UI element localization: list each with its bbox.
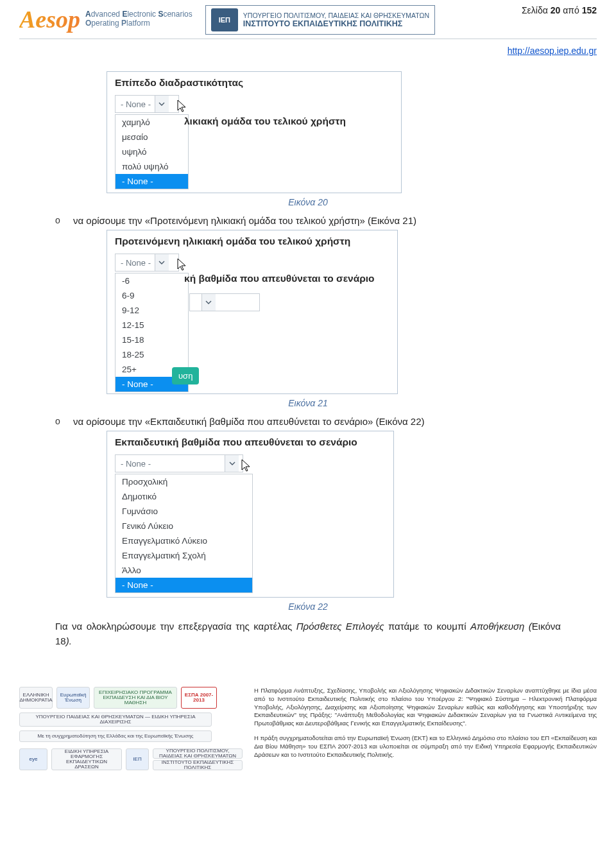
fig22-opt-7[interactable]: - None - xyxy=(116,578,252,592)
fig21-select[interactable]: - None - xyxy=(115,254,179,272)
fig20-opt-4[interactable]: - None - xyxy=(116,174,188,189)
page-number: Σελίδα 20 από 152 xyxy=(522,5,597,15)
eu-flag-icon: Ευρωπαϊκή Ένωση xyxy=(56,687,90,709)
closing-paragraph: Για να ολοκληρώσουμε την επεξεργασία της… xyxy=(55,619,561,648)
bullet-2: o να ορίσουμε την «Εκπαιδευτική βαθμίδα … xyxy=(55,416,597,427)
fig20-select[interactable]: - None - xyxy=(115,95,179,113)
fig20-caption: Εικόνα 20 xyxy=(19,197,597,207)
page-footer: ΕΛΛΗΝΙΚΗ ΔΗΜΟΚΡΑΤΙΑ Ευρωπαϊκή Ένωση ΕΠΙΧ… xyxy=(19,687,597,770)
chevron-down-icon xyxy=(225,455,239,472)
aesop-logo: Aesop Advanced Electronic Scenarios Oper… xyxy=(19,5,193,33)
iep-footer-line1: ΥΠΟΥΡΓΕΙΟ ΠΟΛΙΤΙΣΜΟΥ, ΠΑΙΔΕΙΑΣ ΚΑΙ ΘΡΗΣΚ… xyxy=(153,748,243,759)
fig21-opt-3[interactable]: 12-15 xyxy=(116,318,188,332)
iep-small-icon: ΙΕΠ xyxy=(126,748,149,770)
eye-logo-icon: eye xyxy=(19,748,47,770)
fig21-opt-1[interactable]: 6-9 xyxy=(116,288,188,303)
fig21-opt-2[interactable]: 9-12 xyxy=(116,303,188,318)
ypepth-line: ΥΠΟΥΡΓΕΙΟ ΠΑΙΔΕΙΑΣ ΚΑΙ ΘΡΗΣΚΕΥΜΑΤΩΝ — ΕΙ… xyxy=(19,712,212,727)
fig20-opt-2[interactable]: υψηλό xyxy=(116,144,188,159)
chevron-down-icon xyxy=(201,294,216,311)
fig20-opt-0[interactable]: χαμηλό xyxy=(116,115,188,130)
figure-22: Εκπαιδευτική βαθμίδα που απευθύνεται το … xyxy=(107,431,394,598)
eye-subtitle: ΕΙΔΙΚΗ ΥΠΗΡΕΣΙΑ ΕΦΑΡΜΟΓΗΣ ΕΚΠΑΙΔΕΥΤΙΚΩΝ … xyxy=(51,748,122,770)
chevron-down-icon xyxy=(155,254,169,271)
cofinance-line: Με τη συγχρηματοδότηση της Ελλάδας και τ… xyxy=(19,730,212,742)
fig22-select[interactable]: - None - xyxy=(115,454,243,472)
fig20-opt-1[interactable]: μεσαίο xyxy=(116,130,188,144)
fig22-opt-0[interactable]: Προσχολική xyxy=(116,474,252,489)
espa-logo: ΕΣΠΑ 2007-2013 xyxy=(181,687,217,709)
fig22-title: Εκπαιδευτική βαθμίδα που απευθύνεται το … xyxy=(115,436,386,448)
fig21-opt-4[interactable]: 15-18 xyxy=(116,332,188,347)
iep-name-line: ΙΝΣΤΙΤΟΥΤΟ ΕΚΠΑΙΔΕΥΤΙΚΗΣ ΠΟΛΙΤΙΚΗΣ xyxy=(243,19,429,28)
fig21-title: Προτεινόμενη ηλικιακή ομάδα του τελικού … xyxy=(115,236,389,247)
fig21-secondary-select[interactable] xyxy=(189,293,260,311)
figure-20: Επίπεδο διαδραστικότητας - None - λικιακ… xyxy=(107,71,402,193)
fig20-dropdown[interactable]: χαμηλό μεσαίο υψηλό πολύ υψηλό - None - xyxy=(115,114,189,189)
aesop-wordmark: Aesop xyxy=(19,5,80,33)
fig22-opt-1[interactable]: Δημοτικό xyxy=(116,489,252,504)
iep-footer-line2: ΙΝΣΤΙΤΟΥΤΟ ΕΚΠΑΙΔΕΥΤΙΚΗΣ ΠΟΛΙΤΙΚΗΣ xyxy=(153,760,243,770)
iep-ministry-line: ΥΠΟΥΡΓΕΙΟ ΠΟΛΙΤΙΣΜΟΥ, ΠΑΙΔΕΙΑΣ ΚΑΙ ΘΡΗΣΚ… xyxy=(243,12,429,19)
bullet-1-text: να ορίσουμε την «Προτεινόμενη ηλικιακή ο… xyxy=(73,215,416,226)
fig20-overlay-title: λικιακή ομάδα του τελικού χρήστη xyxy=(184,116,346,127)
chevron-down-icon xyxy=(155,96,169,112)
fig22-opt-4[interactable]: Επαγγελματικό Λύκειο xyxy=(116,533,252,548)
fig21-save-button-fragment[interactable]: υση xyxy=(172,367,199,384)
bullet-1: o να ορίσουμε την «Προτεινόμενη ηλικιακή… xyxy=(55,215,597,226)
bullet-2-text: να ορίσουμε την «Εκπαιδευτική βαθμίδα πο… xyxy=(73,416,425,427)
figure-21: Προτεινόμενη ηλικιακή ομάδα του τελικού … xyxy=(107,230,398,394)
fig20-title: Επίπεδο διαδραστικότητας xyxy=(115,77,393,89)
page-header: Aesop Advanced Electronic Scenarios Oper… xyxy=(19,0,597,39)
greece-emblem-icon: ΕΛΛΗΝΙΚΗ ΔΗΜΟΚΡΑΤΙΑ xyxy=(19,687,53,709)
epeaek-logo: ΕΠΙΧΕΙΡΗΣΙΑΚΟ ΠΡΟΓΡΑΜΜΑ ΕΚΠΑΙΔΕΥΣΗ ΚΑΙ Δ… xyxy=(94,687,177,709)
fig21-opt-5[interactable]: 18-25 xyxy=(116,347,188,362)
fig22-dropdown[interactable]: Προσχολική Δημοτικό Γυμνάσιο Γενικό Λύκε… xyxy=(115,474,253,593)
header-link[interactable]: http://aesop.iep.edu.gr xyxy=(508,46,597,56)
fig22-opt-2[interactable]: Γυμνάσιο xyxy=(116,504,252,519)
footer-text: Η Πλατφόρμα Ανάπτυξης, Σχεδίασης, Υποβολ… xyxy=(254,687,597,766)
footer-logos: ΕΛΛΗΝΙΚΗ ΔΗΜΟΚΡΑΤΙΑ Ευρωπαϊκή Ένωση ΕΠΙΧ… xyxy=(19,687,244,770)
fig21-overlay-title: κή βαθμίδα που απευθύνεται το σενάριο xyxy=(184,273,375,284)
fig22-opt-6[interactable]: Άλλο xyxy=(116,563,252,578)
iep-mark-icon: ΙΕΠ xyxy=(211,8,238,31)
fig21-opt-0[interactable]: -6 xyxy=(116,273,188,288)
fig21-caption: Εικόνα 21 xyxy=(19,398,597,408)
aesop-subtitle: Advanced Electronic Scenarios Operating … xyxy=(85,10,193,28)
iep-logo-box: ΙΕΠ ΥΠΟΥΡΓΕΙΟ ΠΟΛΙΤΙΣΜΟΥ, ΠΑΙΔΕΙΑΣ ΚΑΙ Θ… xyxy=(205,5,435,35)
fig20-opt-3[interactable]: πολύ υψηλό xyxy=(116,159,188,174)
bullet-marker: o xyxy=(55,215,64,226)
fig22-opt-5[interactable]: Επαγγελματική Σχολή xyxy=(116,548,252,563)
fig22-opt-3[interactable]: Γενικό Λύκειο xyxy=(116,519,252,533)
bullet-marker: o xyxy=(55,416,64,427)
fig22-caption: Εικόνα 22 xyxy=(19,601,597,612)
